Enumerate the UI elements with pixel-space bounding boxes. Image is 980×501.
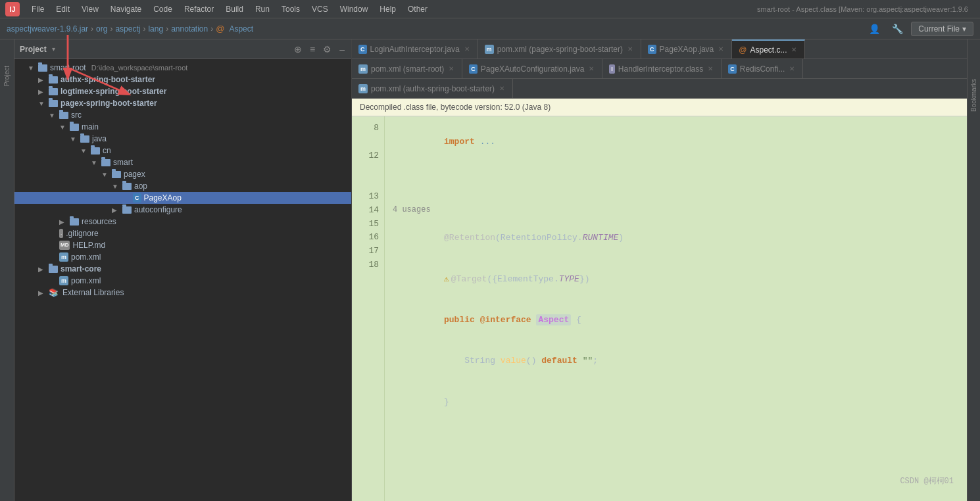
breadcrumb-lang[interactable]: lang — [148, 24, 163, 34]
code-line-8: import ... — [393, 122, 959, 162]
tree-item-pom-root[interactable]: m pom.xml — [14, 275, 351, 287]
breadcrumb-aspectj[interactable]: aspectj — [115, 24, 140, 34]
tree-label-smart: smart — [113, 158, 133, 167]
tree-item-gitignore[interactable]: . .gitignore — [14, 227, 351, 239]
menu-code[interactable]: Code — [148, 3, 178, 16]
breadcrumb-jar[interactable]: aspectjweaver-1.9.6.jar — [7, 24, 88, 34]
tab-label-redis: RedisConfi... — [740, 64, 785, 74]
tab-i-icon: I — [609, 64, 615, 74]
main-layout: Project Project ▾ ⊕ ≡ ⚙ – ▼ smart-root D… — [0, 39, 980, 501]
tab-pagexaop-java[interactable]: C PageXAop.java ✕ — [641, 39, 732, 59]
tab-redis[interactable]: C RedisConfi... ✕ — [722, 59, 803, 78]
menu-run[interactable]: Run — [250, 3, 275, 16]
menu-other[interactable]: Other — [403, 3, 433, 16]
tree-label-pagexaop: PageXAop — [144, 193, 182, 203]
code-editor[interactable]: 8 12 13 14 15 16 17 18 import ... — [352, 116, 967, 501]
code-content[interactable]: import ... 4 usages @Retention(Retention… — [385, 116, 967, 501]
tree-item-pagexaop[interactable]: C PageXAop — [14, 192, 351, 204]
tab-aspect-class[interactable]: @ Aspect.c... ✕ — [732, 39, 805, 59]
folder-icon — [49, 88, 58, 95]
tree-label-pagex: pagex-spring-boot-starter — [61, 99, 157, 108]
breadcrumb-bar: aspectjweaver-1.9.6.jar › org › aspectj … — [0, 18, 980, 39]
left-sidebar-strip: Project — [0, 39, 14, 501]
minimize-icon-button[interactable]: – — [338, 43, 346, 56]
tree-item-logtimex[interactable]: ▶ logtimex-spring-boot-starter — [14, 85, 351, 97]
breadcrumb-at-icon: @ — [216, 24, 224, 34]
tab-handler[interactable]: I HandlerInterceptor.class ✕ — [602, 59, 722, 78]
tab-label-pom-pagex: pom.xml (pagex-spring-boot-starter) — [497, 45, 623, 54]
tree-item-java[interactable]: ▼ java — [14, 133, 351, 145]
breadcrumb-org[interactable]: org — [96, 24, 107, 34]
tree-item-authx[interactable]: ▶ authx-spring-boot-starter — [14, 74, 351, 85]
tree-item-pagex-pkg[interactable]: ▼ pagex — [14, 168, 351, 180]
folder-icon — [59, 112, 68, 119]
chevron-down-icon: ▼ — [49, 112, 57, 119]
tree-item-src[interactable]: ▼ src — [14, 109, 351, 121]
tab-close-pagex-auto[interactable]: ✕ — [587, 64, 595, 73]
tab-close-redis[interactable]: ✕ — [788, 64, 796, 73]
line-num-18: 18 — [360, 258, 379, 272]
tab-at-icon: @ — [739, 45, 747, 55]
tree-label-logtimex: logtimex-spring-boot-starter — [61, 87, 166, 96]
chevron-down-icon: ▼ — [112, 183, 120, 190]
tree-item-resources[interactable]: ▶ resources — [14, 216, 351, 227]
chevron-right-icon: ▶ — [112, 206, 120, 214]
menu-refactor[interactable]: Refactor — [179, 3, 219, 16]
menu-help[interactable]: Help — [374, 3, 401, 16]
project-sidebar-label[interactable]: Project — [3, 66, 11, 86]
tab-close-login[interactable]: ✕ — [463, 45, 471, 53]
tab-pagex-auto[interactable]: C PageXAutoConfiguration.java ✕ — [462, 59, 602, 78]
decompiled-text: Decompiled .class file, bytecode version… — [360, 103, 551, 112]
tab-pom-smart[interactable]: m pom.xml (smart-root) ✕ — [352, 59, 462, 78]
sync-icon-button[interactable]: ⊕ — [293, 43, 303, 56]
line-num-blank2 — [360, 162, 379, 176]
tab-close-aspect[interactable]: ✕ — [790, 45, 798, 54]
wrench-button[interactable]: 🔧 — [888, 22, 907, 36]
tree-item-cn[interactable]: ▼ cn — [14, 145, 351, 156]
menu-view[interactable]: View — [76, 3, 104, 16]
tab-close-pom-authx[interactable]: ✕ — [498, 84, 506, 93]
project-dropdown-icon[interactable]: ▾ — [52, 45, 55, 53]
tab-c-icon: C — [728, 64, 737, 74]
menu-navigate[interactable]: Navigate — [105, 3, 147, 16]
tab-close-pom-pagex[interactable]: ✕ — [626, 45, 634, 53]
tree-item-ext-libs[interactable]: ▶ 📚 External Libraries — [14, 287, 351, 298]
folder-icon — [122, 183, 132, 190]
collapse-icon-button[interactable]: ≡ — [308, 43, 316, 56]
tab-close-pom-smart[interactable]: ✕ — [447, 64, 455, 73]
menu-window[interactable]: Window — [335, 3, 374, 16]
tree-item-pom-pagex[interactable]: m pom.xml — [14, 251, 351, 263]
tree-item-smart-core[interactable]: ▶ smart-core — [14, 263, 351, 275]
tree-item-smart-root[interactable]: ▼ smart-root D:\idea_workspace\smart-roo… — [14, 62, 351, 74]
menu-file[interactable]: File — [26, 3, 49, 16]
tab-login-auth[interactable]: C LoginAuthInterceptor.java ✕ — [352, 39, 478, 59]
tab-pom-pagex[interactable]: m pom.xml (pagex-spring-boot-starter) ✕ — [478, 39, 641, 59]
tree-item-aop[interactable]: ▼ aop — [14, 180, 351, 192]
maven-icon: m — [59, 276, 68, 285]
tab-label-pom-smart: pom.xml (smart-root) — [371, 64, 444, 74]
user-icon-button[interactable]: 👤 — [865, 22, 884, 36]
tree-item-helpmd[interactable]: MD HELP.md — [14, 239, 351, 251]
bookmarks-label[interactable]: Bookmarks — [970, 79, 977, 112]
breadcrumb-annotation[interactable]: annotation — [171, 24, 208, 34]
current-file-button[interactable]: Current File ▾ — [911, 22, 973, 36]
menu-vcs[interactable]: VCS — [306, 3, 333, 16]
tab-pom-authx[interactable]: m pom.xml (authx-spring-boot-starter) ✕ — [352, 79, 513, 98]
tree-item-autoconfigure[interactable]: ▶ autoconfigure — [14, 204, 351, 216]
app-logo: IJ — [5, 2, 20, 16]
current-file-label: Current File — [918, 24, 960, 34]
code-line-blank1 — [393, 162, 959, 176]
menu-tools[interactable]: Tools — [276, 3, 305, 16]
line-num-blank3 — [360, 176, 379, 190]
gear-icon-button[interactable]: ⚙ — [322, 43, 333, 56]
tab-close-pagexaop[interactable]: ✕ — [717, 45, 725, 53]
menu-build[interactable]: Build — [220, 3, 249, 16]
line-num-13: 13 — [360, 190, 379, 204]
tree-label-helpmd: HELP.md — [72, 241, 105, 250]
tree-item-smart[interactable]: ▼ smart — [14, 156, 351, 168]
menu-edit[interactable]: Edit — [51, 3, 75, 16]
tree-item-pagex[interactable]: ▼ pagex-spring-boot-starter — [14, 97, 351, 109]
breadcrumb-aspect[interactable]: Aspect — [229, 24, 253, 34]
tree-item-main[interactable]: ▼ main — [14, 121, 351, 133]
tab-close-handler[interactable]: ✕ — [706, 64, 714, 73]
